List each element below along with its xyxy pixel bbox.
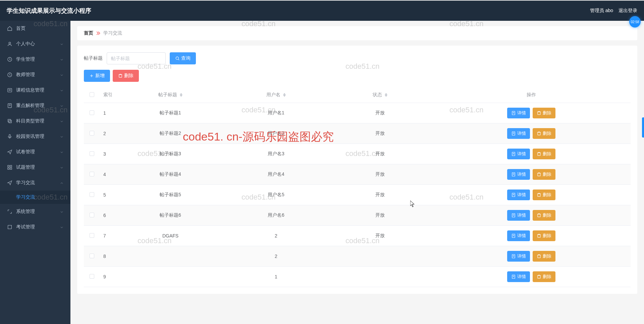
sidebar-subitem-active[interactable]: 学习交流: [0, 191, 70, 204]
cell-user: 用户名5: [224, 185, 328, 205]
cell-title: 帖子标题4: [117, 164, 224, 185]
col-header-ops: 操作: [432, 87, 631, 103]
sidebar-item-label: 试题管理: [16, 164, 60, 170]
row-delete-button[interactable]: 删除: [533, 190, 555, 200]
row-detail-button[interactable]: 详情: [507, 128, 530, 139]
sort-icon: [180, 93, 182, 97]
row-delete-button[interactable]: 删除: [533, 128, 555, 139]
svg-rect-48: [538, 235, 540, 237]
chevron-down-icon: [60, 225, 64, 229]
add-button-label: 新增: [95, 73, 105, 79]
cell-index: 2: [100, 123, 117, 144]
user-icon: [7, 41, 13, 47]
row-detail-button[interactable]: 详情: [507, 210, 530, 221]
row-checkbox[interactable]: [90, 254, 94, 258]
delete-button[interactable]: 删除: [113, 70, 139, 82]
sidebar-item-3[interactable]: 教师管理: [0, 67, 70, 83]
logout-link[interactable]: 退出登录: [619, 8, 637, 14]
cell-status: 开放: [328, 144, 432, 164]
row-detail-button[interactable]: 详情: [507, 230, 530, 241]
sort-icon: [283, 93, 286, 97]
cell-user: 用户名4: [224, 164, 328, 185]
header-bar: 学生知识成果展示与交流小程序 管理员 abo 退出登录: [0, 1, 644, 21]
row-detail-button[interactable]: 详情: [507, 251, 530, 262]
scroll-indicator[interactable]: [642, 117, 644, 138]
sidebar-item-2[interactable]: 学生管理: [0, 52, 70, 67]
breadcrumb-home[interactable]: 首页: [84, 30, 93, 36]
add-button[interactable]: 新增: [84, 70, 110, 82]
sidebar-item-5[interactable]: 重点解析管理: [0, 98, 70, 113]
grid-icon: [7, 164, 13, 170]
sidebar-item-11[interactable]: 系统管理: [0, 204, 70, 219]
row-delete-button[interactable]: 删除: [533, 230, 555, 241]
cell-title: 帖子标题5: [117, 185, 224, 205]
chevron-down-icon: [60, 104, 64, 108]
svg-rect-32: [538, 153, 540, 156]
sidebar-item-7[interactable]: 校园资讯管理: [0, 129, 70, 144]
sidebar-item-label: 考试管理: [16, 224, 60, 230]
sidebar-item-0[interactable]: 首页: [0, 21, 70, 36]
sidebar-item-12[interactable]: 考试管理: [0, 219, 70, 235]
sidebar-item-1[interactable]: 个人中心: [0, 36, 70, 52]
select-all-checkbox[interactable]: [90, 92, 94, 97]
sidebar-item-label: 重点解析管理: [16, 103, 60, 109]
row-checkbox[interactable]: [90, 274, 94, 279]
row-delete-button[interactable]: 删除: [533, 210, 555, 221]
svg-rect-9: [8, 119, 11, 122]
row-checkbox[interactable]: [90, 192, 94, 197]
clock-icon: [7, 72, 13, 78]
row-delete-button[interactable]: 删除: [533, 108, 555, 118]
sidebar-item-4[interactable]: 课程信息管理: [0, 83, 70, 98]
sidebar-item-label: 个人中心: [16, 41, 60, 47]
cell-index: 4: [100, 164, 117, 185]
svg-rect-28: [538, 132, 540, 135]
row-checkbox[interactable]: [90, 233, 94, 238]
cell-index: 1: [100, 103, 117, 123]
row-detail-button[interactable]: 详情: [507, 271, 530, 282]
trash-icon: [537, 111, 541, 115]
filter-title-input[interactable]: [107, 52, 166, 64]
table-row: 2帖子标题2用户名2开放详情删除: [84, 123, 631, 144]
mic-icon: [7, 133, 13, 140]
sidebar-item-8[interactable]: 试卷管理: [0, 144, 70, 160]
row-checkbox[interactable]: [90, 131, 94, 136]
search-button[interactable]: 查询: [170, 52, 196, 64]
cell-status: 开放: [328, 205, 432, 226]
sidebar-item-10[interactable]: 学习交流: [0, 175, 70, 191]
document-icon: [511, 254, 516, 259]
table-row: 82详情删除: [84, 246, 631, 267]
cell-index: 6: [100, 205, 117, 226]
send-icon: [7, 180, 13, 186]
trash-icon: [118, 73, 123, 78]
row-delete-button[interactable]: 删除: [533, 149, 555, 159]
row-checkbox[interactable]: [90, 110, 94, 115]
sidebar-item-6[interactable]: 科目类型管理: [0, 113, 70, 129]
cell-user: 2: [224, 226, 328, 246]
sidebar-item-9[interactable]: 试题管理: [0, 160, 70, 175]
cell-user: 用户名6: [224, 205, 328, 226]
row-delete-button[interactable]: 删除: [533, 251, 555, 262]
row-delete-button[interactable]: 删除: [533, 169, 555, 180]
trash-icon: [537, 172, 541, 177]
row-detail-button[interactable]: 详情: [507, 108, 530, 118]
row-checkbox[interactable]: [90, 213, 94, 217]
svg-rect-10: [9, 120, 11, 123]
svg-point-0: [9, 42, 10, 44]
row-delete-button[interactable]: 删除: [533, 271, 555, 282]
row-detail-button[interactable]: 详情: [507, 149, 530, 159]
row-checkbox[interactable]: [90, 151, 94, 156]
cell-user: 用户名1: [224, 103, 328, 123]
row-detail-button[interactable]: 详情: [507, 190, 530, 200]
row-checkbox[interactable]: [90, 172, 94, 176]
document-icon: [511, 152, 516, 156]
chevron-down-icon: [60, 165, 64, 169]
sidebar-item-label: 教师管理: [16, 72, 60, 78]
col-header-status[interactable]: 状态: [328, 87, 432, 103]
col-header-title[interactable]: 帖子标题: [117, 87, 224, 103]
cell-index: 9: [100, 267, 117, 287]
table-row: 5帖子标题5用户名5开放详情删除: [84, 185, 631, 205]
user-label[interactable]: 管理员 abo: [590, 8, 613, 14]
col-header-user[interactable]: 用户名: [224, 87, 328, 103]
row-detail-button[interactable]: 详情: [507, 169, 530, 180]
svg-rect-36: [538, 173, 540, 176]
